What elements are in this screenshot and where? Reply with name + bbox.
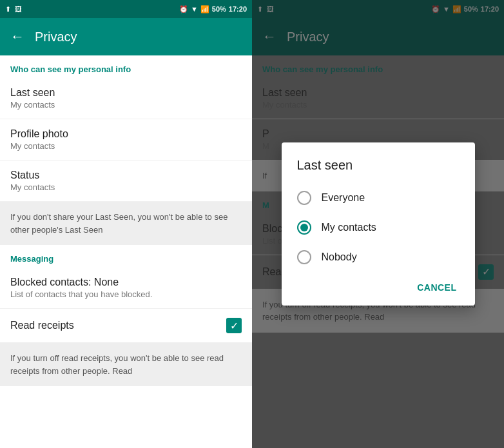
left-panel: ⬆ 🖼 ⏰ ▼ 📶 50% 17:20 ← Privacy Who can se… — [0, 0, 252, 448]
radio-my-contacts[interactable]: My contacts — [282, 213, 475, 242]
radio-everyone[interactable]: Everyone — [282, 183, 475, 213]
status-icons-right: ⏰ ▼ 📶 50% 17:20 — [179, 5, 247, 14]
radio-circle-everyone — [297, 191, 311, 205]
section-personal-info-header: Who can see my personal info — [0, 55, 252, 78]
status-icons-left: ⬆ 🖼 — [5, 5, 22, 14]
read-receipts-item[interactable]: Read receipts ✓ — [0, 309, 252, 343]
radio-circle-nobody — [297, 250, 311, 264]
blocked-contacts-item[interactable]: Blocked contacts: None List of contacts … — [0, 268, 252, 309]
status-item[interactable]: Status My contacts — [0, 161, 252, 202]
cancel-button[interactable]: CANCEL — [409, 277, 464, 298]
modal-title: Last seen — [282, 158, 475, 183]
radio-circle-my-contacts — [297, 220, 311, 235]
last-seen-dialog: Last seen Everyone My contacts Nobody CA… — [282, 142, 475, 306]
status-bar-left: ⬆ 🖼 ⏰ ▼ 📶 50% 17:20 — [0, 0, 252, 18]
read-receipts-label: Read receipts — [10, 320, 74, 331]
last-seen-value: My contacts — [10, 100, 242, 110]
time-left: 17:20 — [229, 5, 247, 13]
alarm-icon: ⏰ — [179, 5, 188, 14]
radio-label-nobody: Nobody — [322, 251, 357, 263]
battery-label: 50% — [212, 5, 226, 13]
blocked-contacts-label: Blocked contacts: None — [10, 277, 242, 288]
radio-label-everyone: Everyone — [322, 192, 365, 204]
section-messaging-header: Messaging — [0, 245, 252, 268]
profile-photo-label: Profile photo — [10, 128, 242, 140]
signal-icon: 📶 — [200, 5, 209, 14]
last-seen-note: If you don't share your Last Seen, you w… — [0, 202, 252, 245]
back-button-left[interactable]: ← — [10, 28, 24, 45]
profile-photo-item[interactable]: Profile photo My contacts — [0, 119, 252, 161]
blocked-contacts-value: List of contacts that you have blocked. — [10, 289, 242, 299]
radio-label-my-contacts: My contacts — [322, 222, 376, 233]
last-seen-label: Last seen — [10, 87, 242, 99]
read-receipts-note: If you turn off read receipts, you won't… — [0, 343, 252, 386]
status-label: Status — [10, 170, 242, 181]
right-panel: ⬆ 🖼 ⏰ ▼ 📶 50% 17:20 ← Privacy Who can se… — [252, 0, 504, 448]
upload-icon: ⬆ — [5, 5, 11, 14]
modal-actions: CANCEL — [282, 272, 475, 300]
profile-photo-value: My contacts — [10, 141, 242, 151]
status-value: My contacts — [10, 182, 242, 192]
last-seen-item[interactable]: Last seen My contacts — [0, 78, 252, 119]
read-receipts-checkbox[interactable]: ✓ — [226, 318, 242, 333]
content-left: Who can see my personal info Last seen M… — [0, 55, 252, 448]
header-left: ← Privacy — [0, 18, 252, 55]
modal-overlay[interactable]: Last seen Everyone My contacts Nobody CA… — [252, 0, 504, 448]
image-icon: 🖼 — [15, 5, 22, 13]
wifi-icon: ▼ — [191, 5, 198, 13]
radio-nobody[interactable]: Nobody — [282, 242, 475, 272]
page-title-left: Privacy — [35, 30, 77, 44]
